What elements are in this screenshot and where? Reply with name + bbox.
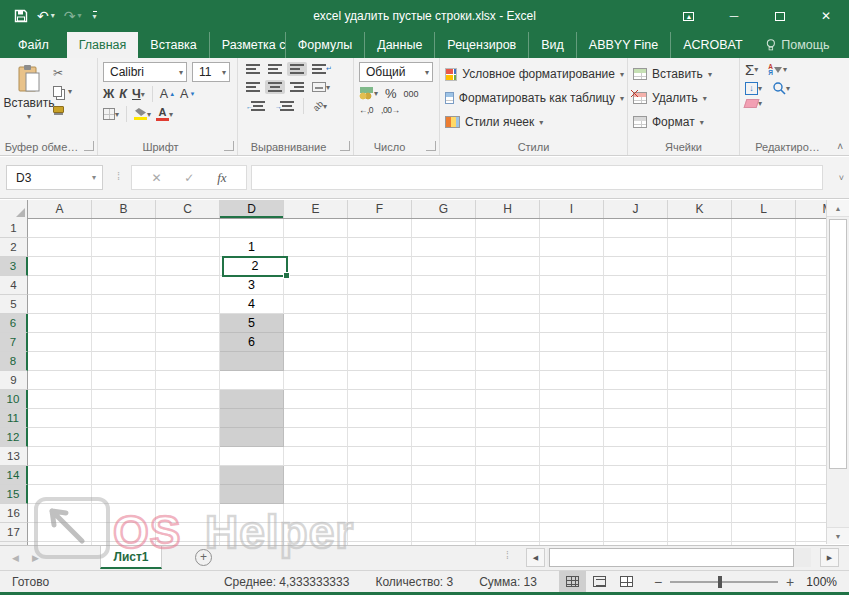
cell-L1[interactable] bbox=[732, 219, 796, 238]
cell-E14[interactable] bbox=[284, 466, 348, 485]
comma-style-button[interactable]: 000 bbox=[404, 89, 419, 99]
row-header-8[interactable]: 8 bbox=[0, 352, 28, 371]
maximize-button[interactable] bbox=[757, 0, 803, 32]
cell-E10[interactable] bbox=[284, 390, 348, 409]
row-header-11[interactable]: 11 bbox=[0, 409, 28, 428]
decrease-decimal-button[interactable]: ,00→ bbox=[381, 105, 399, 115]
row-header-4[interactable]: 4 bbox=[0, 276, 28, 295]
cell-H14[interactable] bbox=[476, 466, 540, 485]
cell-J7[interactable] bbox=[604, 333, 668, 352]
row-header-10[interactable]: 10 bbox=[0, 390, 28, 409]
cell-L5[interactable] bbox=[732, 295, 796, 314]
bold-button[interactable]: Ж bbox=[103, 87, 114, 101]
cell-A10[interactable] bbox=[28, 390, 92, 409]
cancel-icon[interactable]: ✕ bbox=[151, 171, 161, 185]
cell-I14[interactable] bbox=[540, 466, 604, 485]
cell-G12[interactable] bbox=[412, 428, 476, 447]
ribbon-tab-1[interactable]: Главная bbox=[67, 32, 139, 58]
cell-G17[interactable] bbox=[412, 523, 476, 542]
cell-C2[interactable] bbox=[156, 238, 220, 257]
cell-I8[interactable] bbox=[540, 352, 604, 371]
cell-F8[interactable] bbox=[348, 352, 412, 371]
ribbon-tab-2[interactable]: Вставка bbox=[138, 32, 208, 58]
delete-cells-button[interactable]: Удалить ▾ bbox=[633, 86, 736, 110]
cell-D11[interactable] bbox=[220, 409, 284, 428]
row-header-16[interactable]: 16 bbox=[0, 504, 28, 523]
cell-F16[interactable] bbox=[348, 504, 412, 523]
grow-font-button[interactable]: А▲ bbox=[160, 87, 175, 101]
number-dialog-launcher[interactable] bbox=[426, 141, 436, 151]
align-top-button[interactable] bbox=[243, 62, 263, 76]
cell-D5[interactable]: 4 bbox=[220, 295, 284, 314]
increase-decimal-button[interactable]: ←,0 bbox=[359, 105, 373, 115]
cell-D16[interactable] bbox=[220, 504, 284, 523]
cell-G6[interactable] bbox=[412, 314, 476, 333]
ribbon-tab-7[interactable]: Вид bbox=[528, 32, 576, 58]
cell-F1[interactable] bbox=[348, 219, 412, 238]
column-header-J[interactable]: J bbox=[604, 200, 668, 218]
cell-A14[interactable] bbox=[28, 466, 92, 485]
cell-M13[interactable] bbox=[796, 447, 826, 466]
row-header-15[interactable]: 15 bbox=[0, 485, 28, 504]
find-select-button[interactable]: ▾ bbox=[772, 81, 790, 95]
cell-D15[interactable] bbox=[220, 485, 284, 504]
cell-I6[interactable] bbox=[540, 314, 604, 333]
scroll-up-icon[interactable]: ▲ bbox=[827, 200, 849, 217]
cell-E9[interactable] bbox=[284, 371, 348, 390]
cell-F10[interactable] bbox=[348, 390, 412, 409]
cell-G9[interactable] bbox=[412, 371, 476, 390]
column-header-I[interactable]: I bbox=[540, 200, 604, 218]
cell-L13[interactable] bbox=[732, 447, 796, 466]
ribbon-tab-file[interactable]: Файл bbox=[0, 32, 67, 58]
cell-I5[interactable] bbox=[540, 295, 604, 314]
expand-formula-bar-icon[interactable]: ˅ bbox=[839, 173, 844, 183]
enter-icon[interactable]: ✓ bbox=[184, 171, 194, 185]
format-painter-button[interactable] bbox=[53, 103, 72, 113]
cell-G5[interactable] bbox=[412, 295, 476, 314]
cell-J8[interactable] bbox=[604, 352, 668, 371]
font-name-combo[interactable]: Calibri▾ bbox=[103, 62, 187, 82]
cell-K12[interactable] bbox=[668, 428, 732, 447]
cell-C8[interactable] bbox=[156, 352, 220, 371]
cell-K2[interactable] bbox=[668, 238, 732, 257]
cell-L17[interactable] bbox=[732, 523, 796, 542]
format-cells-button[interactable]: Формат ▾ bbox=[633, 110, 736, 134]
cell-A7[interactable] bbox=[28, 333, 92, 352]
cut-button[interactable]: ✂ bbox=[53, 66, 72, 80]
cell-I2[interactable] bbox=[540, 238, 604, 257]
cell-C3[interactable] bbox=[156, 257, 220, 276]
row-header-3[interactable]: 3 bbox=[0, 257, 28, 276]
cell-L9[interactable] bbox=[732, 371, 796, 390]
ribbon-tab-8[interactable]: ABBYY Fine bbox=[576, 32, 670, 58]
font-size-combo[interactable]: 11▾ bbox=[192, 62, 230, 82]
cell-L6[interactable] bbox=[732, 314, 796, 333]
cell-A11[interactable] bbox=[28, 409, 92, 428]
column-header-M[interactable]: M bbox=[796, 200, 826, 218]
cell-B11[interactable] bbox=[92, 409, 156, 428]
cell-C6[interactable] bbox=[156, 314, 220, 333]
column-header-A[interactable]: A bbox=[28, 200, 92, 218]
cell-M4[interactable] bbox=[796, 276, 826, 295]
cell-M11[interactable] bbox=[796, 409, 826, 428]
cell-J14[interactable] bbox=[604, 466, 668, 485]
cell-M14[interactable] bbox=[796, 466, 826, 485]
row-header-1[interactable]: 1 bbox=[0, 219, 28, 238]
cell-M5[interactable] bbox=[796, 295, 826, 314]
ribbon-display-options-button[interactable]: ▲ bbox=[665, 0, 711, 32]
new-sheet-button[interactable]: + bbox=[195, 549, 212, 566]
cell-D2[interactable]: 1 bbox=[220, 238, 284, 257]
cell-C15[interactable] bbox=[156, 485, 220, 504]
cell-K6[interactable] bbox=[668, 314, 732, 333]
column-header-C[interactable]: C bbox=[156, 200, 220, 218]
cell-D17[interactable] bbox=[220, 523, 284, 542]
cell-I7[interactable] bbox=[540, 333, 604, 352]
cell-H6[interactable] bbox=[476, 314, 540, 333]
formula-input[interactable] bbox=[251, 165, 823, 190]
cell-G11[interactable] bbox=[412, 409, 476, 428]
cell-I11[interactable] bbox=[540, 409, 604, 428]
cell-J11[interactable] bbox=[604, 409, 668, 428]
cell-C16[interactable] bbox=[156, 504, 220, 523]
cell-K16[interactable] bbox=[668, 504, 732, 523]
shrink-font-button[interactable]: А▼ bbox=[180, 87, 195, 101]
cell-D9[interactable] bbox=[220, 371, 284, 390]
